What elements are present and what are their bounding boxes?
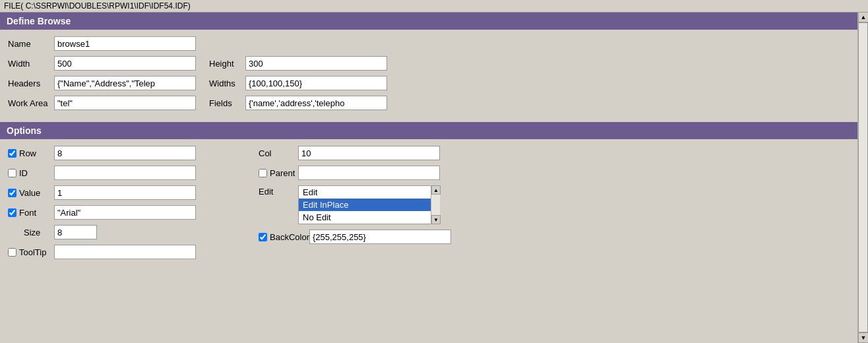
fields-section: Fields <box>209 96 387 110</box>
edit-listbox[interactable]: Edit Edit InPlace No Edit <box>298 185 440 224</box>
backcolor-label: BackColor <box>270 232 309 242</box>
name-label: Name <box>8 39 54 49</box>
font-label-group: Font <box>8 208 54 218</box>
options-section: Options Row <box>0 122 857 271</box>
id-checkbox[interactable] <box>8 169 16 177</box>
parent-label: Parent <box>270 168 295 178</box>
widths-section: Widths <box>209 76 387 90</box>
col-option-row: Col <box>259 146 451 160</box>
listbox-scroll-track <box>431 195 440 215</box>
scroll-up-button[interactable]: ▲ <box>858 12 868 22</box>
widths-label: Widths <box>209 78 245 88</box>
workarea-fields-row: Work Area Fields <box>8 96 850 110</box>
row-label: Row <box>19 148 36 158</box>
title-text: FILE( C:\SSRPWI\DOUBLES\RPWI1\IDF\IDF54.… <box>4 1 191 11</box>
row-checkbox[interactable] <box>8 149 16 158</box>
id-option-row: ID <box>8 166 243 180</box>
define-browse-form: Name Width Height Headers <box>0 30 857 122</box>
tooltip-input[interactable] <box>54 245 196 259</box>
headers-input[interactable] <box>54 76 196 90</box>
edit-option-editinplace[interactable]: Edit InPlace <box>299 199 439 211</box>
workarea-input[interactable] <box>54 96 196 110</box>
parent-option-row: Parent <box>259 166 451 180</box>
tooltip-option-row: ToolTip <box>8 245 243 259</box>
row-label-group: Row <box>8 148 54 158</box>
col-label: Col <box>259 148 298 158</box>
backcolor-option-row: BackColor <box>259 230 451 244</box>
row-option-row: Row <box>8 146 243 160</box>
content-area: Define Browse Name Width Height <box>0 13 857 271</box>
fields-input[interactable] <box>245 96 387 110</box>
listbox-scrollbar: ▲ ▼ <box>431 185 440 224</box>
font-label: Font <box>19 208 36 218</box>
main-window: FILE( C:\SSRPWI\DOUBLES\RPWI1\IDF\IDF54.… <box>0 0 868 343</box>
id-label: ID <box>19 168 28 178</box>
value-label-group: Value <box>8 188 54 198</box>
tooltip-checkbox[interactable] <box>8 248 16 257</box>
font-checkbox[interactable] <box>8 208 16 217</box>
backcolor-input[interactable] <box>309 230 451 244</box>
edit-listbox-container: Edit Edit InPlace No Edit ▲ ▼ <box>298 185 440 224</box>
edit-label: Edit <box>259 187 298 197</box>
size-option-row: Size <box>8 225 243 239</box>
font-input[interactable] <box>54 205 196 220</box>
backcolor-label-group: BackColor <box>259 232 309 242</box>
width-height-row: Width Height <box>8 56 850 71</box>
backcolor-checkbox[interactable] <box>259 233 267 241</box>
listbox-scroll-down[interactable]: ▼ <box>431 215 441 224</box>
workarea-label: Work Area <box>8 98 54 108</box>
size-input[interactable] <box>54 225 97 239</box>
options-header: Options <box>0 122 857 139</box>
col-input[interactable] <box>298 146 440 160</box>
options-body: Row ID <box>0 139 857 271</box>
parent-checkbox[interactable] <box>259 169 267 177</box>
tooltip-label: ToolTip <box>19 247 46 257</box>
name-row: Name <box>8 36 850 51</box>
headers-widths-row: Headers Widths <box>8 76 850 90</box>
width-input[interactable] <box>54 56 196 71</box>
define-browse-title: Define Browse <box>7 16 71 26</box>
value-option-row: Value <box>8 185 243 200</box>
define-browse-header: Define Browse <box>0 13 857 30</box>
headers-label: Headers <box>8 78 54 88</box>
height-input[interactable] <box>245 56 387 71</box>
name-input[interactable] <box>54 36 196 51</box>
define-browse-section: Define Browse Name Width Height <box>0 13 857 122</box>
value-checkbox[interactable] <box>8 189 16 197</box>
edit-option-row: Edit Edit Edit InPlace No Edit ▲ ▼ <box>259 185 451 224</box>
listbox-scroll-up[interactable]: ▲ <box>431 185 441 195</box>
options-title: Options <box>7 125 42 136</box>
value-input[interactable] <box>54 185 196 200</box>
tooltip-label-group: ToolTip <box>8 247 54 257</box>
edit-option-edit[interactable]: Edit <box>299 186 439 199</box>
edit-option-noedit[interactable]: No Edit <box>299 211 439 224</box>
scroll-track <box>858 22 868 332</box>
size-label-group: Size <box>8 228 54 237</box>
widths-input[interactable] <box>245 76 387 90</box>
fields-label: Fields <box>209 98 245 108</box>
main-scrollbar: ▲ ▼ <box>857 12 868 343</box>
parent-input[interactable] <box>298 166 440 180</box>
height-section: Height <box>209 56 387 71</box>
value-label: Value <box>19 188 40 198</box>
font-option-row: Font <box>8 205 243 220</box>
size-label: Size <box>24 228 40 237</box>
scroll-down-button[interactable]: ▼ <box>858 332 868 343</box>
options-right: Col Parent Edit <box>251 139 459 271</box>
parent-label-group: Parent <box>259 168 298 178</box>
row-input[interactable] <box>54 146 196 160</box>
title-bar: FILE( C:\SSRPWI\DOUBLES\RPWI1\IDF\IDF54.… <box>0 0 868 13</box>
width-label: Width <box>8 59 54 69</box>
id-label-group: ID <box>8 168 54 178</box>
options-left: Row ID <box>0 139 251 271</box>
height-label: Height <box>209 59 245 69</box>
id-input[interactable] <box>54 166 196 180</box>
